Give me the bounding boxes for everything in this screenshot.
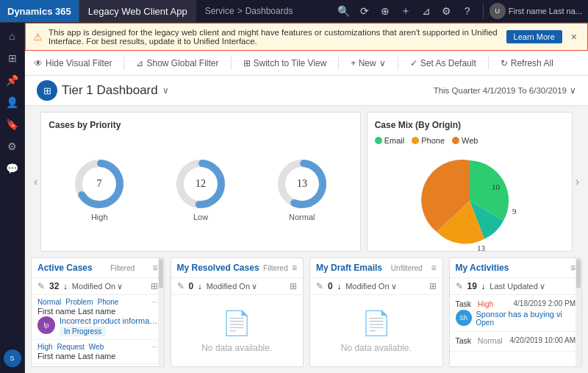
donut-low-label: Low <box>193 213 208 221</box>
draft-emails-header: My Draft Emails Unfiltered ≡ <box>310 258 442 278</box>
resolved-cases-title: My Resolved Cases <box>177 263 259 273</box>
draft-emails-menu-icon[interactable]: ≡ <box>431 263 436 273</box>
settings-icon-btn[interactable]: ⚙ <box>437 1 456 21</box>
list-item-avatar: lp <box>37 316 55 334</box>
pie-area: 10 9 13 <box>375 149 564 252</box>
donuts-row: 7 High 12 Low <box>49 136 352 244</box>
charts-next-arrow[interactable]: › <box>573 112 582 252</box>
legend-web-label: Web <box>462 136 478 145</box>
refresh-all-btn[interactable]: ↻ Refresh All <box>498 57 556 70</box>
item-more-icon[interactable]: ··· <box>151 298 157 306</box>
resolved-cases-menu-icon[interactable]: ≡ <box>292 263 297 273</box>
sidebar-user-icon[interactable]: S <box>4 349 21 367</box>
my-activities-card: My Activities ≡ ✎ 19 ↓ Last Updated ∨ T <box>449 257 583 367</box>
web-dot <box>452 137 459 144</box>
svg-text:13: 13 <box>297 178 307 189</box>
hide-visual-filter-btn[interactable]: 👁 Hide Visual Filter <box>31 57 115 70</box>
my-activities-menu-icon[interactable]: ≡ <box>570 263 576 273</box>
activity-type-2: Task Normal <box>456 336 503 345</box>
list-item-inner: lp Incorrect product informatio... In Pr… <box>37 316 158 336</box>
sidebar: ⌂ ⊞ 📌 👤 🔖 ⚙ 💬 S <box>0 23 25 373</box>
resolved-sort-icon[interactable]: ↓ <box>198 282 202 291</box>
my-activities-count: 19 <box>467 281 477 291</box>
plus-icon-btn[interactable]: ＋ <box>396 1 415 21</box>
sort-down-icon[interactable]: ↓ <box>63 282 68 291</box>
my-activities-subheader: ✎ 19 ↓ Last Updated ∨ <box>450 278 582 295</box>
toolbar-sep-2 <box>231 57 232 70</box>
svg-text:13: 13 <box>477 244 486 252</box>
date-chevron-icon[interactable]: ∨ <box>570 85 576 96</box>
draft-sort-icon[interactable]: ↓ <box>337 282 342 291</box>
draft-grid-icon[interactable]: ⊞ <box>429 281 437 291</box>
charts-prev-arrow[interactable]: ‹ <box>31 112 40 252</box>
active-cases-body: Normal Problem Phone ··· First name Last… <box>32 295 164 366</box>
new-chevron-icon: ∨ <box>379 58 386 68</box>
sidebar-chat-icon[interactable]: 💬 <box>2 158 23 179</box>
draft-sort[interactable]: Modified On ∨ <box>345 282 396 291</box>
legend-web: Web <box>452 136 478 145</box>
resolved-cases-header: My Resolved Cases Filtered ≡ <box>171 258 304 278</box>
draft-emails-count: 0 <box>328 281 333 291</box>
sidebar-home-icon[interactable]: ⌂ <box>2 26 23 46</box>
sidebar-people-icon[interactable]: 👤 <box>2 92 23 113</box>
case-mix-card: Case Mix (By Origin) Email Phone <box>367 112 573 252</box>
user-menu[interactable]: U First name Last na... <box>483 3 588 19</box>
breadcrumb: Service > Dashboards <box>196 6 329 16</box>
activity-type-1: Task High <box>456 299 494 308</box>
breadcrumb-page[interactable]: Dashboards <box>245 6 293 16</box>
item-more-icon-2[interactable]: ··· <box>151 343 157 351</box>
breadcrumb-service[interactable]: Service <box>205 6 234 16</box>
edit-icon[interactable]: ✎ <box>37 281 45 291</box>
active-cases-grid-icon[interactable]: ⊞ <box>151 281 158 291</box>
refresh-icon-btn[interactable]: ⟳ <box>355 1 374 21</box>
list-item-status[interactable]: In Progress <box>60 327 106 336</box>
resolved-edit-icon[interactable]: ✎ <box>177 281 184 291</box>
resolved-grid-icon[interactable]: ⊞ <box>290 281 297 291</box>
date-range-text: This Quarter 4/1/2019 To 6/30/2019 <box>434 86 567 95</box>
dynamics-logo[interactable]: Dynamics 365 <box>0 0 79 22</box>
activities-edit-icon[interactable]: ✎ <box>456 281 463 291</box>
scrollbar-thumb[interactable] <box>159 259 163 288</box>
help-icon-btn[interactable]: ? <box>458 1 477 21</box>
draft-edit-icon[interactable]: ✎ <box>316 281 323 291</box>
charts-row-wrapper: ‹ Cases by Priority 7 <box>31 112 582 252</box>
activity-top-2: Task Normal 4/20/2019 10:00 AM <box>456 336 576 345</box>
legend-email-label: Email <box>384 136 405 145</box>
location-icon-btn[interactable]: ⊕ <box>376 1 395 21</box>
set-default-btn[interactable]: ✓ Set As Default <box>407 57 479 70</box>
dashboard-title-chevron-icon[interactable]: ∨ <box>162 85 169 96</box>
list-item: High Request Web ··· First name Last nam… <box>32 340 164 364</box>
sidebar-bookmark-icon[interactable]: 🔖 <box>2 114 23 135</box>
new-btn[interactable]: + New ∨ <box>348 57 388 70</box>
phone-dot <box>412 137 419 144</box>
sidebar-settings-icon[interactable]: ⚙ <box>2 136 23 157</box>
active-cases-menu-icon[interactable]: ≡ <box>152 263 157 273</box>
list-item-subject[interactable]: Incorrect product informatio... <box>60 316 158 325</box>
scrollbar[interactable] <box>158 258 164 366</box>
grid-icon: ⊞ <box>243 58 251 68</box>
activity-item-2: Task Normal 4/20/2019 10:00 AM <box>450 332 582 352</box>
active-cases-sort[interactable]: Modified On ∨ <box>72 282 123 291</box>
switch-tile-btn[interactable]: ⊞ Switch to Tile View <box>240 57 330 70</box>
dashboard-icon: ⊞ <box>37 80 57 101</box>
activity-avatar-1: Sh <box>456 310 472 326</box>
search-icon-btn[interactable]: 🔍 <box>334 1 354 21</box>
filter-icon-btn[interactable]: ⊿ <box>417 1 436 21</box>
activity-text-1[interactable]: Sponsor has a buying vi <box>476 310 576 319</box>
activities-sort[interactable]: Last Updated ∨ <box>490 282 545 291</box>
sidebar-recent-icon[interactable]: ⊞ <box>2 48 23 68</box>
toolbar-sep-4 <box>398 57 398 70</box>
activity-status-1[interactable]: Open <box>476 319 576 327</box>
nav-icons: 🔍 ⟳ ⊕ ＋ ⊿ ⚙ ? <box>329 1 483 21</box>
activities-scrollbar-thumb[interactable] <box>576 259 581 288</box>
resolved-cases-badge: Filtered <box>263 264 287 272</box>
dashboard-date: This Quarter 4/1/2019 To 6/30/2019 ∨ <box>434 85 576 96</box>
sidebar-pin-icon[interactable]: 📌 <box>2 70 23 90</box>
activities-scrollbar[interactable] <box>576 258 581 366</box>
activities-sort-icon[interactable]: ↓ <box>481 282 486 291</box>
banner-close-icon[interactable]: × <box>568 31 580 43</box>
show-global-filter-btn[interactable]: ⊿ Show Global Filter <box>133 57 221 70</box>
list-item-name: First name Last name <box>37 307 158 316</box>
resolved-sort[interactable]: Modified On ∨ <box>207 282 257 291</box>
learn-more-button[interactable]: Learn More <box>506 30 562 43</box>
